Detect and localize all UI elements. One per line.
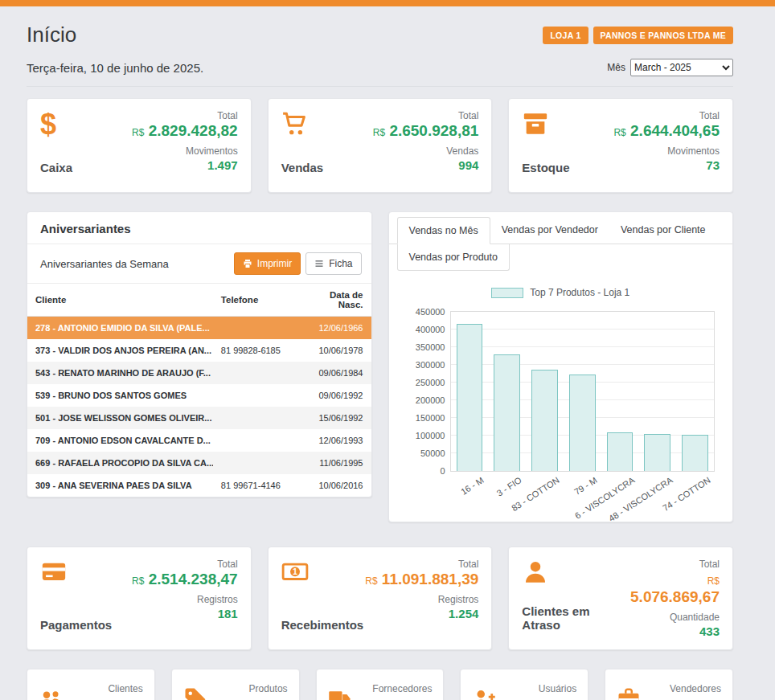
amount-text: 5.076.869,67 [630,588,720,605]
y-tick-label: 300000 [405,360,445,370]
caixa-title: Caixa [40,161,72,174]
birthdays-toolbar: Aniversariantes da Semana Imprimir Ficha [27,244,371,284]
telefone-cell [213,429,296,452]
caixa-card: $ Caixa Total R$ 2.829.428,82 Movimentos… [27,98,252,193]
cliente-cell: 373 - VALDIR DOS ANJOS PEREIRA (AN... [27,339,213,362]
nascimento-cell: 10/06/1978 [295,339,371,362]
clientes-atraso-total-label: Total [622,559,720,570]
telefone-cell [213,317,296,340]
amount-text: 2.650.928,81 [389,122,478,139]
tag-icon [183,686,207,700]
cart-icon [281,110,324,137]
fornecedores-value: 151 [372,697,432,700]
svg-text:1: 1 [293,567,297,576]
tab-vendas-por-vendedor[interactable]: Vendas por Vendedor [490,217,609,244]
estoque-total-value: R$ 2.644.404,65 [613,122,720,140]
briefcase-icon [617,686,641,700]
x-tick-label: 3 - FIO [494,475,523,498]
bar-79 - M [569,375,596,471]
recebimentos-count-label: Registros [365,594,478,605]
truck-icon [328,686,352,700]
recebimentos-title: Recebimentos [281,618,364,632]
cliente-cell: 709 - ANTONIO EDSON CAVALCANTE D... [27,429,213,452]
estoque-total-label: Total [613,110,720,121]
birthdays-title: Aniversariantes [27,212,371,244]
tab-vendas-no-mes[interactable]: Vendas no Mês [397,217,490,244]
y-tick-label: 350000 [405,342,445,352]
month-select[interactable]: March - 2025 [630,59,733,76]
y-tick-label: 50000 [405,448,445,458]
people-icon [39,686,63,700]
table-row[interactable]: 669 - RAFAELA PROCOPIO DA SILVA CA...11/… [27,452,371,474]
amount-text: 2.829.428,82 [149,122,238,139]
table-row[interactable]: 539 - BRUNO DOS SANTOS GOMES09/06/1992 [27,384,371,407]
birthdays-table-body: 278 - ANTONIO EMIDIO DA SILVA (PALE...12… [27,317,371,497]
bar-slot [526,312,564,471]
page-title: Início [27,23,76,47]
recebimentos-total-label: Total [365,559,478,570]
y-tick-label: 250000 [405,378,445,387]
nascimento-cell: 09/06/1992 [295,384,371,407]
money-icon: 1 [281,559,364,586]
vendas-title: Vendas [281,161,324,174]
cliente-cell: 669 - RAFAELA PROCOPIO DA SILVA CA... [27,452,213,474]
company-badge[interactable]: PANNOS E PANNOS LTDA ME [593,27,733,44]
pagamentos-count-label: Registros [132,594,238,605]
table-row[interactable]: 278 - ANTONIO EMIDIO DA SILVA (PALE...12… [27,317,371,340]
page-header: Início LOJA 1 PANNOS E PANNOS LTDA ME [27,23,733,47]
x-label-slot: 16 - M [450,472,488,515]
y-tick-label: 200000 [405,395,445,405]
vendedores-label: Vendedores [670,683,721,694]
print-button[interactable]: Imprimir [234,252,301,275]
table-row[interactable]: 501 - JOSE WELISSON GOMES OLIVEIR...15/0… [27,407,371,429]
vendedores-mini-card: Vendedores 17 [605,669,733,700]
y-tick-label: 450000 [405,307,445,317]
bar-6 - VISCOLYCRA [607,432,634,471]
pagamentos-total-value: R$ 2.514.238,47 [132,571,238,588]
usuarios-value: 22 [539,697,576,700]
currency-prefix: R$ [707,575,720,587]
nascimento-cell: 11/06/1995 [295,452,371,474]
bar-slot [676,312,714,471]
bar-slot [488,312,526,471]
table-header-row: Cliente Telefone Data de Nasc. [27,284,371,317]
cliente-cell: 539 - BRUNO DOS SANTOS GOMES [27,384,213,407]
store-badge-loja1[interactable]: LOJA 1 [543,27,588,44]
bar-slot [601,312,639,471]
ficha-button[interactable]: Ficha [305,252,361,275]
pagamentos-title: Pagamentos [40,618,112,632]
tab-vendas-por-cliente[interactable]: Vendas por Cliente [609,217,717,244]
table-row[interactable]: 309 - ANA SEVERINA PAES DA SILVA81 99671… [27,474,371,497]
dollar-icon: $ [40,110,72,139]
pagamentos-count-value: 181 [132,607,238,620]
tab-vendas-por-produto[interactable]: Vendas por Produto [397,244,511,271]
table-row[interactable]: 543 - RENATO MARINHO DE ARAUJO (F...09/0… [27,362,371,384]
mini-stats-row: Clientes 1.911 Produtos 360 Fornecedores… [27,669,733,700]
amount-text: 2.514.238,47 [149,571,238,587]
vendedores-value: 17 [670,697,721,700]
sales-tabs: Vendas no Mês Vendas por Vendedor Vendas… [389,212,733,244]
nascimento-cell: 09/06/1984 [295,362,371,384]
telefone-cell [213,452,296,474]
x-label-slot: 74 - COTTON [677,472,715,515]
birthdays-panel: Aniversariantes Aniversariantes da Seman… [27,211,372,497]
x-tick-label: 16 - M [459,475,486,497]
recebimentos-card: 1 Recebimentos Total R$ 11.091.881,39 Re… [268,546,493,650]
fornecedores-mini-card: Fornecedores 151 [316,669,445,700]
estoque-count-label: Movimentos [613,145,720,157]
clientes-atraso-count-label: Quantidade [622,612,720,623]
recebimentos-total-value: R$ 11.091.881,39 [365,571,478,588]
subheader: Terça-feira, 10 de junho de 2025. Mês Ma… [27,59,733,87]
currency-prefix: R$ [613,127,625,138]
caixa-total-value: R$ 2.829.428,82 [132,122,238,140]
table-row[interactable]: 373 - VALDIR DOS ANJOS PEREIRA (AN...81 … [27,339,371,362]
table-row[interactable]: 709 - ANTONIO EDSON CAVALCANTE D...12/06… [27,429,371,452]
telefone-cell: 81 99828-6185 [213,339,296,362]
recebimentos-count-value: 1.254 [365,607,478,620]
col-nascimento: Data de Nasc. [295,284,371,317]
y-tick-label: 100000 [405,431,445,440]
x-tick-label: 79 - M [572,475,599,497]
nascimento-cell: 12/06/1993 [295,429,371,452]
bar-74 - COTTON [682,435,708,471]
sales-subtabs: Vendas por Produto [389,244,733,271]
